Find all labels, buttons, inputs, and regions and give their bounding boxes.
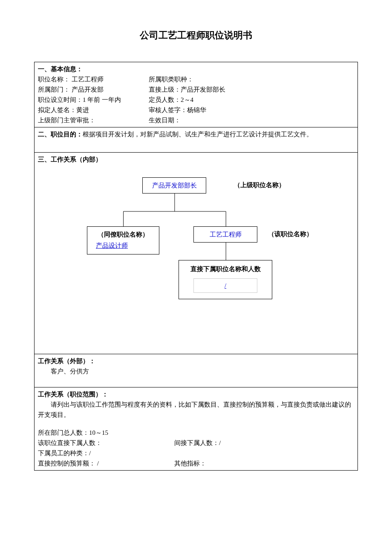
s1-r5b: 生效日期：: [149, 115, 354, 125]
s5-r3: 下属员工的种类：/: [38, 448, 354, 458]
s2-text: 根据项目开发计划，对新产品试制、试生产和生产进行工艺设计并提供工艺文件。: [83, 131, 313, 138]
s5-r1: 所在部门总人数：10～15: [38, 428, 354, 438]
s5-r2b: 间接下属人数：/: [174, 438, 221, 448]
org-peer-link[interactable]: 产品设计师: [96, 242, 128, 249]
s1-r1b: 所属职类职种：: [149, 74, 354, 84]
org-self-label: （该职位名称）: [268, 229, 313, 239]
org-top-box: 产品开发部部长: [142, 177, 206, 194]
section-internal-relations: 三、工作关系（内部） 产品开发部部长 （上级职位名称） （同僚职位名称） 产品设…: [35, 153, 358, 354]
s1-r3a: 职位设立时间：1 年前 一年内: [38, 95, 149, 105]
org-sub-inner: /: [193, 278, 257, 293]
org-peer-box: （同僚职位名称） 产品设计师: [87, 226, 159, 254]
s1-r1a: 职位名称： 工艺工程师: [38, 74, 149, 84]
s3-heading: 三、工作关系（内部）: [38, 154, 354, 165]
s4-heading: 工作关系（外部）：: [38, 356, 354, 366]
org-sub-title: 直接下属职位名称和人数: [182, 264, 268, 274]
section-purpose: 二、职位目的：根据项目开发计划，对新产品试制、试生产和生产进行工艺设计并提供工艺…: [35, 127, 358, 153]
section-scope: 工作关系（职位范围）： 请列出与该职位工作范围与程度有关的资料，比如下属数目、直…: [35, 387, 358, 471]
org-sub-wrap: 直接下属职位名称和人数 /: [179, 260, 272, 299]
s1-r2a: 所属部门： 产品开发部: [38, 84, 149, 95]
s1-r2b: 直接上级：产品开发部部长: [149, 84, 354, 95]
s5-r2a: 该职位直接下属人数：: [38, 438, 174, 448]
org-self-text: 工艺工程师: [210, 231, 242, 238]
org-top-label: （上级职位名称）: [234, 180, 285, 190]
main-table: 一、基本信息： 职位名称： 工艺工程师所属职类职种： 所属部门： 产品开发部直接…: [34, 62, 358, 471]
org-top-text: 产品开发部部长: [152, 182, 197, 189]
s1-r3b: 定员人数：2～4: [149, 95, 354, 105]
s1-heading: 一、基本信息：: [38, 64, 354, 74]
org-peer-label: （同僚职位名称）: [92, 229, 155, 240]
org-self-box: 工艺工程师: [193, 226, 257, 243]
section-basic-info: 一、基本信息： 职位名称： 工艺工程师所属职类职种： 所属部门： 产品开发部直接…: [35, 62, 358, 127]
s5-text: 请列出与该职位工作范围与程度有关的资料，比如下属数目、直接控制的预算额，与直接负…: [38, 399, 354, 420]
doc-title: 公司工艺工程师职位说明书: [34, 28, 358, 43]
s4-text: 客户、分供方: [38, 366, 354, 376]
s5-r4b: 其他指标：: [174, 458, 206, 468]
section-external-relations: 工作关系（外部）： 客户、分供方: [35, 354, 358, 387]
s1-r4b: 审核人签字：杨锦华: [149, 105, 354, 115]
org-chart: 产品开发部部长 （上级职位名称） （同僚职位名称） 产品设计师 工艺工程师 （该…: [38, 169, 354, 352]
s5-r4a: 直接控制的预算额： /: [38, 458, 174, 468]
s2-heading: 二、职位目的：: [38, 131, 83, 138]
s1-r4a: 拟定人签名：黄进: [38, 105, 149, 115]
s1-r5a: 上级部门主管审批：: [38, 115, 149, 125]
org-sub-link[interactable]: /: [225, 282, 226, 289]
s5-heading: 工作关系（职位范围）：: [38, 389, 354, 399]
